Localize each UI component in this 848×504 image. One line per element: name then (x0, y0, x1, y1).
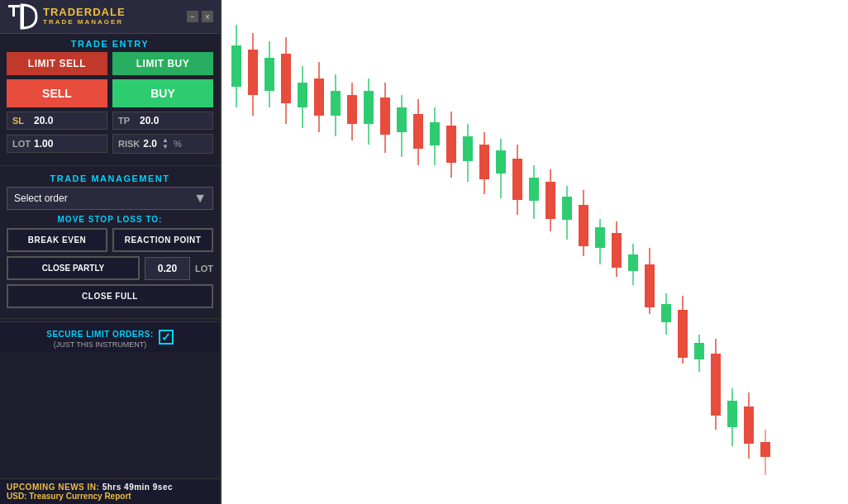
sl-label: SL (12, 116, 31, 126)
risk-down-arrow[interactable]: ▼ (162, 144, 169, 150)
secure-checkbox[interactable]: ✓ (159, 330, 174, 345)
svg-rect-67 (744, 407, 754, 444)
trade-panel: TRADERDALE TRADE MANAGER − × TRADE ENTRY… (0, 0, 222, 504)
sl-input-box[interactable]: SL 20.0 (7, 112, 107, 130)
select-order-wrapper: Select order ▼ (7, 187, 213, 210)
svg-rect-3 (222, 0, 848, 504)
news-time: 5hrs 49min 9sec (102, 483, 173, 492)
minimize-button[interactable]: − (187, 11, 198, 22)
secure-limit-row: SECURE LIMIT ORDERS: (JUST THIS INSTRUME… (0, 321, 220, 352)
svg-rect-15 (314, 78, 324, 116)
move-stop-title: MOVE STOP LOSS TO: (7, 215, 213, 224)
svg-rect-27 (413, 114, 423, 149)
close-button[interactable]: × (202, 11, 213, 22)
trade-entry-section: LIMIT SELL LIMIT BUY SELL BUY SL 20.0 TP… (0, 52, 220, 163)
svg-rect-33 (463, 136, 473, 161)
lot-risk-row: LOT 1.00 RISK 2.0 ▲ ▼ % (7, 134, 213, 154)
svg-rect-9 (264, 58, 274, 91)
market-buttons-row: SELL BUY (7, 79, 213, 107)
svg-rect-55 (645, 264, 655, 307)
divider-1 (0, 165, 220, 166)
break-even-button[interactable]: BREAK EVEN (7, 228, 107, 252)
svg-rect-51 (612, 233, 622, 268)
svg-rect-59 (678, 310, 688, 358)
svg-rect-41 (529, 178, 539, 201)
risk-input-box[interactable]: RISK 2.0 ▲ ▼ % (112, 134, 213, 154)
logo-area: TRADERDALE TRADE MANAGER (7, 3, 126, 30)
sl-value: 20.0 (34, 115, 102, 126)
svg-rect-17 (331, 91, 341, 116)
limit-sell-button[interactable]: LIMIT SELL (7, 52, 107, 75)
svg-rect-1 (12, 5, 15, 17)
brand-text: TRADERDALE TRADE MANAGER (43, 7, 126, 26)
buy-button[interactable]: BUY (112, 79, 213, 107)
secure-text: SECURE LIMIT ORDERS: (JUST THIS INSTRUME… (46, 326, 153, 349)
tp-label: TP (118, 116, 136, 126)
svg-rect-25 (397, 107, 407, 132)
svg-rect-7 (248, 50, 258, 95)
svg-rect-5 (231, 45, 241, 87)
secure-sub-label: (JUST THIS INSTRUMENT) (46, 340, 153, 349)
close-full-button[interactable]: CLOSE FULL (7, 284, 213, 308)
close-partly-value[interactable]: 0.20 (145, 257, 190, 280)
news-title: UPCOMING NEWS IN: 5hrs 49min 9sec (7, 483, 213, 492)
chart-area (222, 0, 848, 504)
svg-rect-53 (628, 254, 638, 271)
svg-rect-57 (661, 304, 671, 322)
td-logo-icon (7, 3, 38, 30)
svg-rect-45 (562, 197, 572, 220)
window-controls: − × (187, 11, 213, 22)
svg-rect-29 (430, 122, 440, 145)
svg-rect-13 (298, 83, 307, 107)
svg-rect-39 (512, 159, 522, 200)
news-content: USD: Treasury Currency Report (7, 492, 213, 501)
candlestick-chart (222, 0, 848, 504)
trade-mgmt-section: Select order ▼ MOVE STOP LOSS TO: BREAK … (0, 187, 220, 316)
tp-value: 20.0 (140, 115, 207, 126)
trade-entry-title: TRADE ENTRY (0, 34, 220, 52)
svg-rect-65 (727, 401, 737, 427)
svg-rect-21 (364, 91, 374, 124)
sell-button[interactable]: SELL (7, 79, 107, 107)
lot-label: LOT (12, 139, 31, 149)
close-lot-label: LOT (195, 264, 213, 273)
sl-tp-row: SL 20.0 TP 20.0 (7, 112, 213, 130)
svg-rect-47 (579, 205, 588, 246)
break-even-reaction-row: BREAK EVEN REACTION POINT (7, 228, 213, 252)
brand-subtitle: TRADE MANAGER (43, 19, 126, 26)
svg-rect-31 (446, 126, 456, 163)
lot-input-box[interactable]: LOT 1.00 (7, 135, 107, 153)
pct-label: % (174, 139, 182, 149)
svg-rect-35 (479, 145, 489, 179)
limit-buy-button[interactable]: LIMIT BUY (112, 52, 213, 75)
svg-rect-43 (545, 182, 555, 219)
risk-value: 2.0 (143, 138, 157, 150)
svg-rect-49 (595, 227, 605, 248)
trade-mgmt-title: TRADE MANAGEMENT (0, 169, 220, 187)
secure-label: SECURE LIMIT ORDERS: (46, 330, 153, 339)
svg-rect-11 (281, 54, 291, 103)
close-partly-button[interactable]: CLOSE PARTLY (7, 256, 140, 280)
svg-rect-23 (380, 97, 390, 135)
lot-value: 1.00 (34, 138, 102, 150)
brand-name: TRADERDALE (43, 7, 126, 18)
news-section: UPCOMING NEWS IN: 5hrs 49min 9sec USD: T… (0, 478, 220, 504)
limit-buttons-row: LIMIT SELL LIMIT BUY (7, 52, 213, 75)
news-currency: USD: (7, 492, 26, 501)
reaction-point-button[interactable]: REACTION POINT (112, 228, 213, 252)
svg-rect-61 (694, 343, 704, 359)
checkbox-check-icon: ✓ (161, 330, 171, 344)
svg-rect-19 (347, 95, 357, 124)
tp-input-box[interactable]: TP 20.0 (112, 112, 213, 130)
select-order-dropdown[interactable]: Select order (7, 187, 213, 210)
close-partly-row: CLOSE PARTLY 0.20 LOT (7, 256, 213, 280)
svg-rect-37 (496, 150, 506, 174)
news-desc: Treasury Currency Report (29, 492, 131, 501)
svg-rect-63 (711, 354, 721, 416)
risk-label: RISK (118, 139, 140, 149)
svg-rect-69 (760, 442, 770, 457)
risk-arrows[interactable]: ▲ ▼ (162, 137, 169, 150)
window-titlebar: TRADERDALE TRADE MANAGER − × (0, 0, 220, 34)
divider-2 (0, 318, 220, 319)
